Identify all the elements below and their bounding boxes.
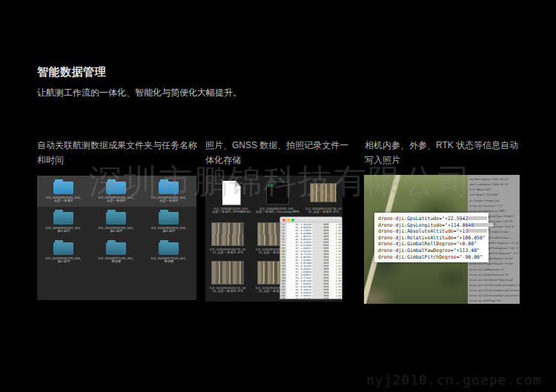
table-cell: 1.28 [329, 268, 342, 270]
file-label-text: DJI_202009161007_001_施工监理 [37, 226, 90, 233]
watermark-company: 深圳市鹏锦科技有限公司 [89, 159, 489, 204]
exif-line: drone-dji:GpsLatitude="+22.5942" [378, 216, 489, 222]
spreadsheet-window: 145:-1.10241020761.36245:-0.66015020761.… [279, 216, 342, 299]
spreadsheet-body: 145:-1.10241020761.36245:-0.66015020761.… [280, 223, 342, 299]
table-cell: 2076 [312, 279, 329, 282]
exif-line: drone-dji:GimbalRollDegree="+0.00" [378, 241, 489, 248]
table-cell: 7 [280, 241, 286, 244]
exif-line: drone-dji:GpsLongitude="+114.0040" [378, 222, 489, 229]
table-cell: 1.41 [329, 276, 342, 279]
table-cell: 1.40 [329, 226, 342, 229]
exif-line: drone-dji:RelativeAltitude="+100.050" [378, 235, 489, 242]
table-cell: 23 [280, 288, 286, 291]
table-cell: 1 [280, 223, 286, 226]
table-cell: 1.21 [329, 235, 342, 238]
file-label-text: DJI_202009161030_002_施工监理 [90, 226, 142, 233]
table-cell: 2076 [312, 273, 329, 276]
folder-item: DJI_202009171240_001_带状图 [90, 239, 142, 270]
table-cell: 2076 [312, 238, 329, 241]
table-cell: 45:-0.152024 [286, 241, 312, 244]
folder-icon [159, 242, 179, 255]
exif-line: drone-dji:AbsoluteAltitude="+13" [378, 228, 489, 235]
table-cell: 45:-1.036654 [286, 270, 312, 273]
table-cell: 10 [280, 250, 286, 253]
table-cell: 19 [280, 276, 286, 279]
file-label-text: DJI_20200910131718_0011_农房一体项目.JPG [300, 207, 342, 214]
table-cell: 2076 [312, 268, 329, 270]
table-cell: 45:-0.870294 [286, 244, 312, 247]
table-cell: 45:-0.851329 [286, 279, 312, 282]
table-cell: 45:-0.660150 [286, 226, 312, 229]
table-cell: 1.36 [329, 223, 342, 226]
exif-line: drone-dji:GimbalPitchDegree="-90.00" [378, 254, 489, 261]
table-cell: 1.39 [329, 250, 342, 253]
table-cell: 45:-0.641342 [286, 250, 312, 253]
folder-item: DJI_202009161030_002_施工监理 [90, 209, 142, 239]
table-cell: 2076 [312, 244, 329, 247]
table-cell: 2076 [312, 282, 329, 285]
table-cell: 26 [280, 297, 286, 299]
xmp-line: drone-dji:GimbalReverse="0" [469, 272, 520, 277]
table-cell: 45:-1.045672 [286, 247, 312, 250]
table-cell: 2076 [312, 235, 329, 238]
photo-thumb-item: DJI_20200910131726_0012_农房一体项目.JPG [208, 222, 247, 261]
table-cell: 15 [280, 265, 286, 268]
spreadsheet-rows: 145:-1.10241020761.36245:-0.66015020761.… [280, 223, 342, 299]
jpg-thumbnail [211, 261, 244, 285]
table-cell: 2076 [312, 229, 329, 232]
xmp-line: drone-dji:CalibratedOpticalCenterX="2736… [469, 288, 520, 293]
table-cell: 2076 [312, 259, 329, 262]
page-subtitle: 让航测工作流的一体化、智能化与简便化大幅提升。 [37, 87, 242, 99]
jpg-thumbnail [211, 222, 244, 246]
table-cell: 1.35 [329, 297, 342, 299]
folder-icon [53, 182, 73, 194]
table-cell: 2076 [312, 262, 329, 265]
table-cell: 45:-0.179587 [286, 229, 312, 232]
table-cell: 45:-0.645190 [286, 285, 312, 288]
table-cell: 45:-0.652087 [286, 297, 312, 299]
table-cell: 11 [280, 253, 286, 256]
folder-item: DJI_202009171523_002_带状图 [142, 239, 195, 270]
xmp-line: drone-dji:CalibratedOpticalCenterY="1824… [469, 293, 520, 298]
table-cell: 1.31 [329, 256, 342, 259]
table-cell: 1.37 [329, 262, 342, 265]
table-cell: 45:-0.174412 [286, 276, 312, 279]
minimize-icon [287, 219, 290, 222]
xmp-line: drone-dji:CalibratedFocalLength="3666.66… [469, 282, 520, 288]
table-cell: 8 [280, 244, 286, 247]
table-row: 2645:-0.65208720761.35 [280, 297, 342, 299]
folder-icon [106, 242, 126, 255]
table-cell: 2076 [312, 256, 329, 259]
file-label-text: DJI_202009101311_001_农房一体项目 [37, 196, 90, 203]
table-cell: 45:-0.846418 [286, 291, 312, 294]
table-cell: 45:-0.858341 [286, 268, 312, 270]
table-cell: 45:-1.063722 [286, 235, 312, 238]
photo-thumb-item: DJI_20200910131741_0014_农房一体项目.JPG [208, 261, 247, 299]
folder-item: DJI_202009161102_003_施工监理 [142, 209, 195, 239]
table-cell: 1.32 [329, 291, 342, 294]
exif-highlight-box: drone-dji:GpsLatitude="+22.5942"drone-dj… [374, 213, 489, 262]
table-cell: 2076 [312, 297, 329, 299]
table-cell: 12 [280, 256, 286, 259]
table-cell: 2076 [312, 223, 329, 226]
table-cell: 16 [280, 268, 286, 270]
folder-icon [53, 242, 73, 255]
table-cell: 1.23 [329, 282, 342, 285]
table-cell: 1.22 [329, 259, 342, 262]
folder-item: DJI_202009161743_004_施工监理 [37, 239, 90, 270]
table-cell: 2076 [312, 265, 329, 268]
table-cell: 1.24 [329, 253, 342, 256]
table-cell: 45:-1.018763 [286, 282, 312, 285]
file-label-text: DJI_202009161102_003_施工监理 [142, 226, 195, 233]
table-cell: 0.98 [329, 232, 342, 235]
redacted-value [474, 223, 493, 227]
table-cell: 9 [280, 247, 286, 250]
redacted-value [468, 229, 487, 233]
table-cell: 1.20 [329, 294, 342, 297]
table-cell: 14 [280, 262, 286, 265]
table-cell: 1.38 [329, 285, 342, 288]
file-label-text: DJI_202009161743_004_施工监理 [37, 256, 90, 264]
table-cell: 2076 [312, 285, 329, 288]
table-cell: 2 [280, 226, 286, 229]
table-cell: 6 [280, 238, 286, 241]
